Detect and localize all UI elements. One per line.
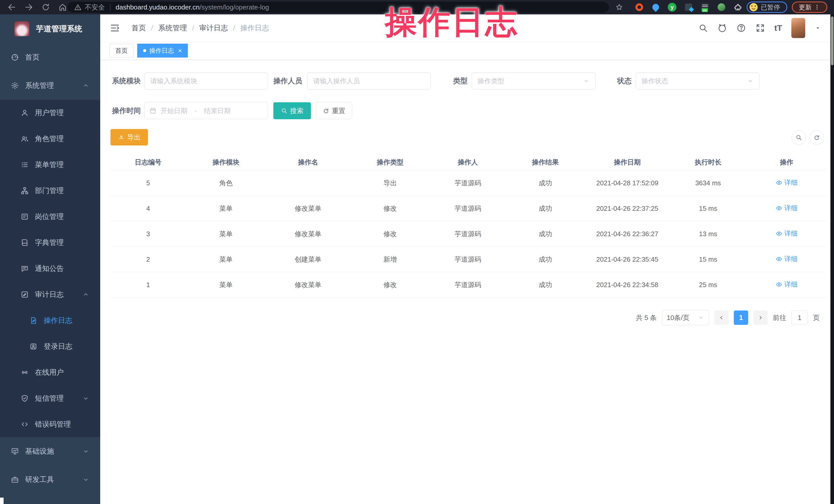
table-cell: 2021-04-26 22:34:58: [585, 272, 669, 298]
fullscreen-icon[interactable]: [755, 23, 765, 33]
page-1-button[interactable]: 1: [734, 310, 748, 325]
status-select[interactable]: 操作状态: [636, 72, 760, 89]
table-cell: 2021-04-26 22:36:27: [585, 221, 669, 247]
table-cell: 修改: [350, 196, 430, 221]
browser-update-button[interactable]: 更新: [792, 2, 827, 13]
tab-close-icon[interactable]: ×: [178, 47, 182, 54]
sidebar-item-研发工具[interactable]: 研发工具: [0, 465, 100, 494]
caret-down-icon[interactable]: [814, 25, 821, 31]
help-icon[interactable]: [737, 23, 746, 33]
extension-paused-chip[interactable]: 已暂停: [747, 2, 787, 13]
type-select[interactable]: 操作类型: [472, 72, 596, 89]
breadcrumb-item[interactable]: 系统管理: [158, 23, 187, 33]
chevron-down-icon: [82, 476, 89, 483]
sidebar-item-角色管理[interactable]: 角色管理: [0, 126, 100, 152]
column-header: 操作人: [430, 154, 505, 170]
browser-home-icon[interactable]: [58, 3, 67, 12]
breadcrumb-item[interactable]: 审计日志: [199, 23, 228, 33]
module-input[interactable]: [145, 72, 268, 89]
sidebar-item-岗位管理[interactable]: 岗位管理: [0, 203, 100, 229]
download-icon: [118, 134, 125, 140]
monitor-icon: [11, 447, 19, 455]
sidebar-item-label: 通知公告: [35, 264, 64, 273]
extension-diamond-icon[interactable]: [683, 2, 694, 12]
table-cell: 成功: [505, 196, 585, 221]
detail-cell: 详细: [747, 170, 826, 196]
sidebar-item-系统管理[interactable]: 系统管理: [0, 71, 100, 100]
sidebar-item-用户管理[interactable]: 用户管理: [0, 100, 100, 126]
browser-reload-icon[interactable]: [41, 3, 50, 12]
sidebar-item-菜单管理[interactable]: 菜单管理: [0, 152, 100, 178]
paused-label: 已暂停: [761, 3, 780, 12]
search-icon[interactable]: [698, 23, 708, 33]
sidebar-item-操作日志[interactable]: 操作日志: [0, 307, 100, 333]
megaphone-icon: [21, 264, 29, 273]
sidebar-item-错误码管理[interactable]: 错误码管理: [0, 411, 100, 437]
book-icon: [21, 239, 29, 247]
detail-link[interactable]: 详细: [776, 255, 798, 263]
sidebar-item-label: 操作日志: [44, 315, 72, 325]
refresh-table-button[interactable]: [810, 130, 824, 145]
audit-icon: [21, 290, 29, 299]
extension-orange-icon[interactable]: [634, 2, 644, 12]
date-range-picker[interactable]: 开始日期 - 结束日期: [145, 102, 268, 119]
search-button[interactable]: 搜索: [273, 102, 311, 119]
sidebar-item-在线用户[interactable]: 在线用户: [0, 359, 100, 385]
collapse-sidebar-icon[interactable]: [109, 23, 120, 34]
table-cell: 修改菜单: [266, 221, 350, 247]
detail-link[interactable]: 详细: [776, 280, 798, 289]
sidebar-logo[interactable]: 芋道管理系统: [0, 15, 100, 43]
prev-page-button[interactable]: [714, 310, 729, 325]
extension-green-y-icon[interactable]: [667, 2, 677, 12]
browser-back-icon[interactable]: [7, 3, 17, 12]
github-icon[interactable]: [717, 23, 727, 33]
breadcrumb-item[interactable]: 首页: [132, 23, 146, 33]
detail-link[interactable]: 详细: [776, 229, 798, 238]
sidebar-item-审计日志[interactable]: 审计日志: [0, 281, 100, 307]
chevron-left-icon: [718, 314, 725, 321]
export-button[interactable]: 导出: [110, 129, 148, 146]
table-cell: 菜单: [186, 272, 266, 298]
sidebar-item-登录日志[interactable]: 登录日志: [0, 333, 100, 359]
sidebar-item-短信管理[interactable]: 短信管理: [0, 385, 100, 411]
sidebar-item-label: 短信管理: [35, 393, 64, 403]
column-header: 操作结果: [505, 154, 585, 170]
tab-首页[interactable]: 首页: [109, 44, 134, 58]
sidebar-item-部门管理[interactable]: 部门管理: [0, 178, 100, 203]
sidebar-item-label: 登录日志: [44, 342, 72, 351]
bookmark-star-icon[interactable]: [615, 3, 623, 11]
font-size-icon[interactable]: tT: [774, 23, 782, 33]
detail-link[interactable]: 详细: [776, 178, 798, 187]
browser-forward-icon[interactable]: [24, 3, 34, 12]
sidebar-item-通知公告[interactable]: 通知公告: [0, 256, 100, 281]
sidebar-item-字典管理[interactable]: 字典管理: [0, 229, 100, 256]
detail-link[interactable]: 详细: [776, 203, 798, 213]
goto-page-input[interactable]: [791, 310, 808, 325]
extension-dark-on-icon[interactable]: [700, 2, 710, 12]
table-cell: 15 ms: [669, 196, 747, 221]
toggle-search-button[interactable]: [792, 130, 806, 145]
tab-操作日志[interactable]: 操作日志×: [137, 44, 188, 58]
scrollbar-thumb[interactable]: [831, 17, 833, 65]
table-cell: [266, 170, 350, 196]
extensions-puzzle-icon[interactable]: [733, 2, 743, 12]
sidebar-item-首页[interactable]: 首页: [0, 43, 100, 71]
logo-avatar: [15, 21, 29, 36]
column-header: 操作类型: [350, 154, 430, 170]
next-page-button[interactable]: [753, 310, 768, 325]
sidebar-item-基础设施[interactable]: 基础设施: [0, 437, 100, 465]
search-icon: [795, 134, 802, 141]
extension-green-icon[interactable]: [716, 2, 727, 12]
window-scrollbar[interactable]: [830, 15, 834, 504]
kebab-menu-icon[interactable]: [814, 4, 820, 10]
address-bar[interactable]: 不安全 dashboard.yudao.iocoder.cn/system/lo…: [67, 2, 609, 13]
reset-button[interactable]: 重置: [316, 102, 352, 119]
extension-pin-icon[interactable]: [651, 2, 661, 12]
update-label: 更新: [799, 3, 812, 12]
user-avatar[interactable]: [791, 18, 805, 38]
page-size-select[interactable]: 10条/页: [662, 310, 709, 325]
table-cell: 芋道源码: [430, 196, 505, 221]
operator-input[interactable]: [307, 72, 431, 89]
sidebar-item-label: 用户管理: [35, 108, 64, 118]
user-icon: [21, 109, 29, 117]
